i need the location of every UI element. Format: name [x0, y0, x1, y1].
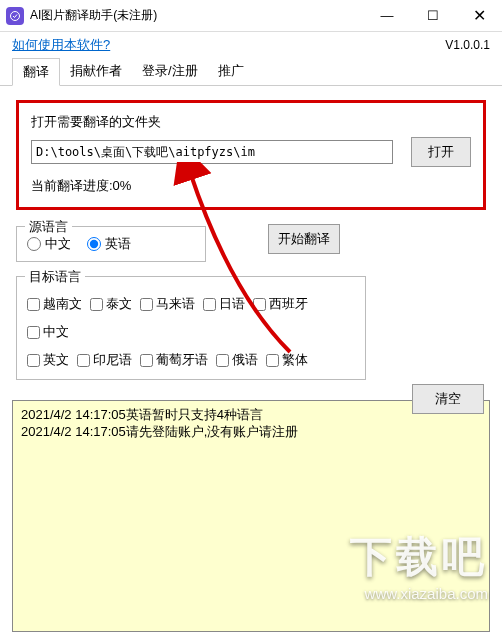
progress-label: 当前翻译进度:0% [31, 177, 471, 195]
tab-bar: 翻译 捐献作者 登录/注册 推广 [0, 58, 502, 86]
check-traditional[interactable]: 繁体 [266, 351, 308, 369]
check-portuguese[interactable]: 葡萄牙语 [140, 351, 208, 369]
tab-promo[interactable]: 推广 [208, 58, 254, 85]
check-thai[interactable]: 泰文 [90, 295, 132, 313]
check-japanese[interactable]: 日语 [203, 295, 245, 313]
source-language-group: 源语言 中文 英语 [16, 226, 206, 262]
titlebar: AI图片翻译助手(未注册) — ☐ ✕ [0, 0, 502, 32]
tab-translate[interactable]: 翻译 [12, 58, 60, 86]
check-malay[interactable]: 马来语 [140, 295, 195, 313]
app-icon [6, 7, 24, 25]
start-translate-button[interactable]: 开始翻译 [268, 224, 340, 254]
window-controls: — ☐ ✕ [364, 0, 502, 32]
folder-path-input[interactable] [31, 140, 393, 164]
language-section: 源语言 中文 英语 开始翻译 目标语言 越南文 泰文 马来语 日语 西班牙 中文… [16, 226, 486, 380]
target-legend: 目标语言 [25, 268, 85, 286]
tab-content: 打开需要翻译的文件夹 打开 当前翻译进度:0% 源语言 中文 英语 开始翻译 目… [0, 86, 502, 390]
target-language-group: 目标语言 越南文 泰文 马来语 日语 西班牙 中文 英文 印尼语 葡萄牙语 俄语… [16, 276, 366, 380]
log-area[interactable]: 2021/4/2 14:17:05英语暂时只支持4种语言 2021/4/2 14… [12, 400, 490, 632]
check-chinese[interactable]: 中文 [27, 323, 69, 341]
window-title: AI图片翻译助手(未注册) [30, 7, 157, 24]
tab-login[interactable]: 登录/注册 [132, 58, 208, 85]
svg-point-0 [11, 11, 20, 20]
folder-label: 打开需要翻译的文件夹 [31, 113, 471, 131]
help-link[interactable]: 如何使用本软件? [12, 36, 110, 54]
clear-button[interactable]: 清空 [412, 384, 484, 414]
check-indonesian[interactable]: 印尼语 [77, 351, 132, 369]
log-line: 2021/4/2 14:17:05请先登陆账户,没有账户请注册 [21, 424, 481, 441]
close-button[interactable]: ✕ [456, 0, 502, 32]
check-vietnamese[interactable]: 越南文 [27, 295, 82, 313]
radio-chinese[interactable]: 中文 [27, 235, 71, 253]
open-button[interactable]: 打开 [411, 137, 471, 167]
tab-donate[interactable]: 捐献作者 [60, 58, 132, 85]
source-legend: 源语言 [25, 218, 72, 236]
check-spanish[interactable]: 西班牙 [253, 295, 308, 313]
maximize-button[interactable]: ☐ [410, 0, 456, 32]
top-row: 如何使用本软件? V1.0.0.1 [0, 32, 502, 56]
version-label: V1.0.0.1 [445, 38, 490, 52]
radio-english[interactable]: 英语 [87, 235, 131, 253]
minimize-button[interactable]: — [364, 0, 410, 32]
check-russian[interactable]: 俄语 [216, 351, 258, 369]
folder-box: 打开需要翻译的文件夹 打开 当前翻译进度:0% [16, 100, 486, 210]
check-english[interactable]: 英文 [27, 351, 69, 369]
